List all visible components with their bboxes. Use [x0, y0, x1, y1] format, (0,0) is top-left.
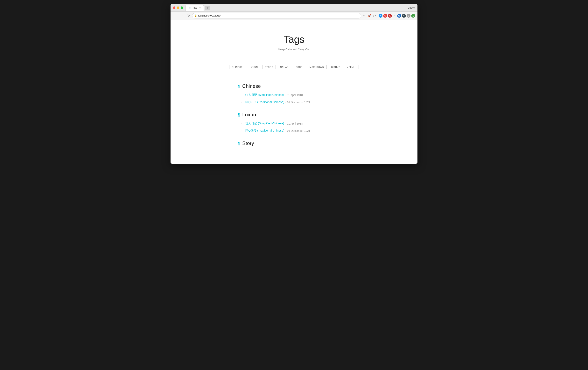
tag-filter-github[interactable]: GITHUB [329, 65, 343, 69]
back-button[interactable]: ← [173, 13, 178, 18]
page-header: Tags Keep Calm and Carry On. [174, 28, 414, 59]
svg-rect-1 [208, 7, 208, 9]
tag-section-title-story: Story [242, 140, 254, 146]
tab-title: Tags [192, 6, 197, 9]
tag-section-items-chinese: 狂人日记 (Simplified Chinese)- 01 April 1918… [242, 93, 350, 104]
tag-filter-jekyll[interactable]: JEKYLL [345, 65, 359, 69]
item-date-chinese-1: - 01 December 1921 [285, 101, 310, 104]
page-content: Tags Keep Calm and Carry On. CHINESELUXU… [170, 20, 418, 164]
user-name: Gabriel [408, 6, 415, 9]
tag-section-luxun: ¶Luxun狂人日记 (Simplified Chinese)- 01 Apri… [238, 112, 350, 133]
title-bar: 📄 Tags ✕ Gabriel [170, 4, 418, 12]
tag-filter-chinese[interactable]: CHINESE [229, 65, 245, 69]
tab-close-button[interactable]: ✕ [199, 7, 201, 9]
item-link-chinese-0[interactable]: 狂人日记 (Simplified Chinese) [245, 93, 284, 97]
list-item: 狂人日记 (Simplified Chinese)- 01 April 1918 [242, 122, 350, 125]
tag-section-items-luxun: 狂人日记 (Simplified Chinese)- 01 April 1918… [242, 122, 350, 133]
forward-button[interactable]: → [179, 13, 185, 18]
list-item: 狂人日记 (Simplified Chinese)- 01 April 1918 [242, 93, 350, 97]
tag-filter-luxun[interactable]: LUXUN [247, 65, 260, 69]
nav-actions: ☆ 🚀 ƒ? [362, 14, 377, 18]
nav-bar: ← → ↻ 🔒 localhost:4000/tags/ ☆ 🚀 ƒ? 3 O … [170, 12, 418, 20]
tag-section-title-chinese: Chinese [242, 83, 261, 89]
close-button[interactable] [173, 6, 175, 9]
ext-inf-icon[interactable]: ∞ [393, 14, 397, 18]
pilcrow-icon-chinese: ¶ [238, 84, 240, 88]
list-item: 阿Q正传 (Traditional Chinese)- 01 December … [242, 129, 350, 133]
item-date-luxun-1: - 01 December 1921 [285, 129, 310, 132]
item-link-luxun-0[interactable]: 狂人日记 (Simplified Chinese) [245, 122, 284, 125]
tag-section-chinese: ¶Chinese狂人日记 (Simplified Chinese)- 01 Ap… [238, 83, 350, 104]
tag-section-story: ¶Story [238, 140, 350, 146]
rocket-icon[interactable]: 🚀 [367, 14, 372, 18]
tags-filter-bar: CHINESELUXUNSTORYNAHANCODEMARKDOWNGITHUB… [174, 59, 414, 75]
tag-sections: ¶Chinese狂人日记 (Simplified Chinese)- 01 Ap… [226, 83, 362, 146]
new-tab-button[interactable] [205, 6, 210, 10]
pilcrow-icon-story: ¶ [238, 141, 240, 145]
formula-icon[interactable]: ƒ? [372, 14, 377, 18]
list-item: 阿Q正传 (Traditional Chinese)- 01 December … [242, 100, 350, 104]
ext-s-icon[interactable]: S [407, 14, 410, 18]
item-date-luxun-0: - 01 April 1918 [285, 122, 303, 125]
window-controls [173, 6, 183, 9]
ext-menu-icon[interactable]: ≡ [402, 14, 406, 18]
tag-filter-nahan[interactable]: NAHAN [278, 65, 291, 69]
content-divider [186, 75, 402, 75]
url-text: localhost:4000/tags/ [198, 14, 221, 17]
tab-icon: 📄 [189, 7, 191, 9]
ext-w-icon[interactable]: W [397, 14, 401, 18]
maximize-button[interactable] [181, 6, 183, 9]
security-icon: 🔒 [194, 14, 197, 17]
active-tab[interactable]: 📄 Tags ✕ [186, 5, 204, 11]
pilcrow-icon-luxun: ¶ [238, 113, 240, 117]
tag-filter-story[interactable]: STORY [262, 65, 276, 69]
address-bar[interactable]: 🔒 localhost:4000/tags/ [192, 13, 361, 19]
ext-up-icon[interactable]: ▲ [411, 14, 415, 18]
extension-icons: 3 O A ∞ W ≡ S ▲ [378, 14, 415, 18]
tag-section-header-luxun: ¶Luxun [238, 112, 350, 118]
minimize-button[interactable] [177, 6, 179, 9]
tag-section-header-story: ¶Story [238, 140, 350, 146]
tab-area: 📄 Tags ✕ [186, 5, 408, 11]
tag-section-header-chinese: ¶Chinese [238, 83, 350, 89]
page-title: Tags [174, 33, 414, 45]
item-link-chinese-1[interactable]: 阿Q正传 (Traditional Chinese) [245, 100, 284, 104]
refresh-button[interactable]: ↻ [186, 13, 191, 18]
tag-section-title-luxun: Luxun [242, 112, 256, 118]
ext-opera-icon[interactable]: O [383, 14, 387, 18]
ext-3-icon[interactable]: 3 [378, 14, 382, 18]
tag-filter-markdown[interactable]: MARKDOWN [307, 65, 327, 69]
page-subtitle: Keep Calm and Carry On. [174, 48, 414, 51]
item-link-luxun-1[interactable]: 阿Q正传 (Traditional Chinese) [245, 129, 284, 133]
bookmark-button[interactable]: ☆ [362, 14, 367, 18]
item-date-chinese-0: - 01 April 1918 [285, 93, 303, 97]
ext-a-icon[interactable]: A [388, 14, 392, 18]
browser-window: 📄 Tags ✕ Gabriel ← → ↻ 🔒 localhost:4000/… [170, 4, 418, 164]
tag-filter-code[interactable]: CODE [293, 65, 305, 69]
